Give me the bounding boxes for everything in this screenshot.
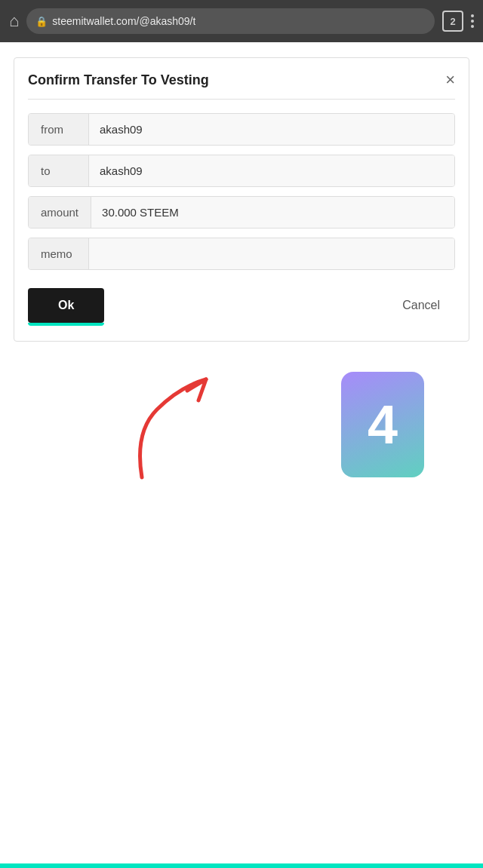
address-bar[interactable]: 🔒 steemitwallet.com/@akash09/t [26, 8, 435, 34]
annotation-area: 4 [14, 357, 469, 568]
form-row-to: to akash09 [28, 155, 455, 187]
to-label: to [29, 155, 89, 186]
confirm-dialog: Confirm Transfer To Vesting × from akash… [14, 57, 469, 342]
url-text: steemitwallet.com/@akash09/t [52, 15, 195, 27]
browser-menu-icon[interactable] [471, 14, 474, 28]
bottom-bar [0, 863, 483, 868]
from-value: akash09 [89, 114, 454, 145]
lock-icon: 🔒 [35, 16, 48, 27]
browser-bar: ⌂ 🔒 steemitwallet.com/@akash09/t 2 [0, 0, 483, 42]
form-row-amount: amount 30.000 STEEM [28, 196, 455, 229]
form-row-from: from akash09 [28, 113, 455, 146]
number-card: 4 [341, 372, 424, 477]
tab-count[interactable]: 2 [442, 11, 463, 32]
to-value: akash09 [89, 155, 454, 186]
dialog-title: Confirm Transfer To Vesting [28, 72, 209, 88]
memo-label: memo [29, 238, 89, 269]
amount-value: 30.000 STEEM [91, 197, 454, 228]
home-icon[interactable]: ⌂ [9, 11, 19, 31]
ok-button[interactable]: Ok [28, 288, 104, 323]
dialog-divider [28, 99, 455, 100]
memo-value [89, 238, 454, 269]
annotation-arrow [89, 364, 225, 515]
amount-label: amount [29, 197, 91, 228]
close-button[interactable]: × [445, 72, 455, 88]
form-row-memo: memo [28, 238, 455, 270]
from-label: from [29, 114, 89, 145]
page-content: Confirm Transfer To Vesting × from akash… [0, 42, 483, 863]
cancel-button[interactable]: Cancel [387, 288, 455, 323]
button-row: Ok Cancel [28, 288, 455, 323]
dialog-header: Confirm Transfer To Vesting × [28, 72, 455, 88]
number-card-value: 4 [368, 394, 398, 455]
